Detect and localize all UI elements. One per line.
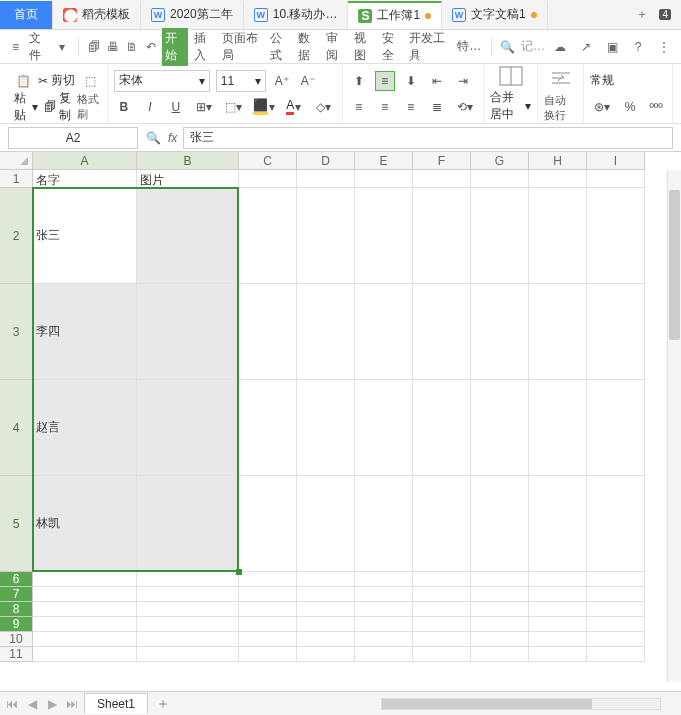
select-all-corner[interactable]: [0, 152, 33, 170]
cell-A10[interactable]: [33, 632, 137, 647]
cell-E5[interactable]: [355, 476, 413, 572]
cell-B4[interactable]: [137, 380, 239, 476]
cell-A1[interactable]: 名字: [33, 170, 137, 188]
cell-I5[interactable]: [587, 476, 645, 572]
cell-F5[interactable]: [413, 476, 471, 572]
cell-E7[interactable]: [355, 587, 413, 602]
preview-icon[interactable]: 🗎: [124, 38, 139, 56]
menu-insert[interactable]: 插入: [192, 28, 216, 66]
cell-H5[interactable]: [529, 476, 587, 572]
fx-icon[interactable]: fx: [168, 131, 177, 145]
cell-C11[interactable]: [239, 647, 297, 662]
percent-button[interactable]: %: [620, 97, 640, 117]
cell-I9[interactable]: [587, 617, 645, 632]
cell-A2[interactable]: 张三: [33, 188, 137, 284]
cell-C3[interactable]: [239, 284, 297, 380]
cell-G2[interactable]: [471, 188, 529, 284]
cell-G9[interactable]: [471, 617, 529, 632]
menu-data[interactable]: 数据: [296, 28, 320, 66]
horizontal-scrollbar[interactable]: [381, 698, 661, 710]
scroll-thumb[interactable]: [382, 699, 592, 709]
menu-devtools[interactable]: 开发工具: [407, 28, 451, 66]
tab-home[interactable]: 首页: [0, 1, 53, 29]
cell-D8[interactable]: [297, 602, 355, 617]
chevron-down-icon[interactable]: ▾: [55, 38, 70, 56]
cell-F9[interactable]: [413, 617, 471, 632]
cell-B10[interactable]: [137, 632, 239, 647]
more-icon[interactable]: ⋮: [655, 38, 673, 56]
cell-I10[interactable]: [587, 632, 645, 647]
cell-B2[interactable]: [137, 188, 239, 284]
cell-G6[interactable]: [471, 572, 529, 587]
number-format-select[interactable]: 常规: [590, 72, 614, 89]
cell-E9[interactable]: [355, 617, 413, 632]
cell-G5[interactable]: [471, 476, 529, 572]
name-dropdown-icon[interactable]: 🔍: [144, 129, 162, 147]
cell-E11[interactable]: [355, 647, 413, 662]
paste-button[interactable]: 粘贴▾: [14, 90, 38, 124]
add-sheet-button[interactable]: ＋: [148, 695, 178, 713]
merge-button[interactable]: 合并居中▾: [490, 89, 532, 123]
decrease-font-icon[interactable]: A⁻: [298, 71, 318, 91]
tab-textdoc[interactable]: W 文字文稿1: [442, 1, 548, 29]
cell-G11[interactable]: [471, 647, 529, 662]
cell-H1[interactable]: [529, 170, 587, 188]
wrap-icon[interactable]: [547, 64, 575, 91]
wrap-button[interactable]: 自动换行: [544, 93, 577, 123]
cell-H6[interactable]: [529, 572, 587, 587]
cell-I7[interactable]: [587, 587, 645, 602]
tab-doc10[interactable]: W 10.移动办…: [244, 1, 349, 29]
tab-workbook[interactable]: S 工作簿1: [348, 1, 442, 29]
cell-I11[interactable]: [587, 647, 645, 662]
print-icon[interactable]: 🖶: [106, 38, 121, 56]
cell-B8[interactable]: [137, 602, 239, 617]
row-header-3[interactable]: 3: [0, 284, 33, 380]
font-size-select[interactable]: 11▾: [216, 70, 266, 92]
cell-D1[interactable]: [297, 170, 355, 188]
cell-D11[interactable]: [297, 647, 355, 662]
formula-bar[interactable]: 张三: [183, 127, 673, 149]
row-header-2[interactable]: 2: [0, 188, 33, 284]
menu-pagelayout[interactable]: 页面布局: [220, 28, 264, 66]
row-header-8[interactable]: 8: [0, 602, 33, 617]
cell-F4[interactable]: [413, 380, 471, 476]
cell-E10[interactable]: [355, 632, 413, 647]
cell-B5[interactable]: [137, 476, 239, 572]
cell-G10[interactable]: [471, 632, 529, 647]
cell-A8[interactable]: [33, 602, 137, 617]
col-header-F[interactable]: F: [413, 152, 471, 170]
col-header-G[interactable]: G: [471, 152, 529, 170]
col-header-A[interactable]: A: [33, 152, 137, 170]
cell-B9[interactable]: [137, 617, 239, 632]
indent-increase-icon[interactable]: ⇥: [453, 71, 473, 91]
menu-special[interactable]: 特…: [455, 36, 483, 57]
col-header-D[interactable]: D: [297, 152, 355, 170]
menu-formula[interactable]: 公式: [268, 28, 292, 66]
cell-H3[interactable]: [529, 284, 587, 380]
cell-A7[interactable]: [33, 587, 137, 602]
clipboard-icon[interactable]: 📋: [14, 72, 32, 90]
menu-review[interactable]: 审阅: [324, 28, 348, 66]
cut-button[interactable]: ✂剪切: [38, 72, 75, 89]
menu-file[interactable]: 文件: [27, 28, 51, 66]
font-name-select[interactable]: 宋体▾: [114, 70, 210, 92]
cell-F3[interactable]: [413, 284, 471, 380]
clear-format-button[interactable]: ◇▾: [312, 97, 336, 117]
col-header-I[interactable]: I: [587, 152, 645, 170]
cell-F8[interactable]: [413, 602, 471, 617]
col-header-E[interactable]: E: [355, 152, 413, 170]
cell-C5[interactable]: [239, 476, 297, 572]
help-icon[interactable]: ?: [629, 38, 647, 56]
cell-G3[interactable]: [471, 284, 529, 380]
share-icon[interactable]: ↗: [577, 38, 595, 56]
row-header-6[interactable]: 6: [0, 572, 33, 587]
cell-D6[interactable]: [297, 572, 355, 587]
col-header-B[interactable]: B: [137, 152, 239, 170]
save-icon[interactable]: 🗐: [87, 38, 102, 56]
cell-A11[interactable]: [33, 647, 137, 662]
cell-G4[interactable]: [471, 380, 529, 476]
italic-button[interactable]: I: [140, 97, 160, 117]
cell-C2[interactable]: [239, 188, 297, 284]
cell-I4[interactable]: [587, 380, 645, 476]
cell-H11[interactable]: [529, 647, 587, 662]
